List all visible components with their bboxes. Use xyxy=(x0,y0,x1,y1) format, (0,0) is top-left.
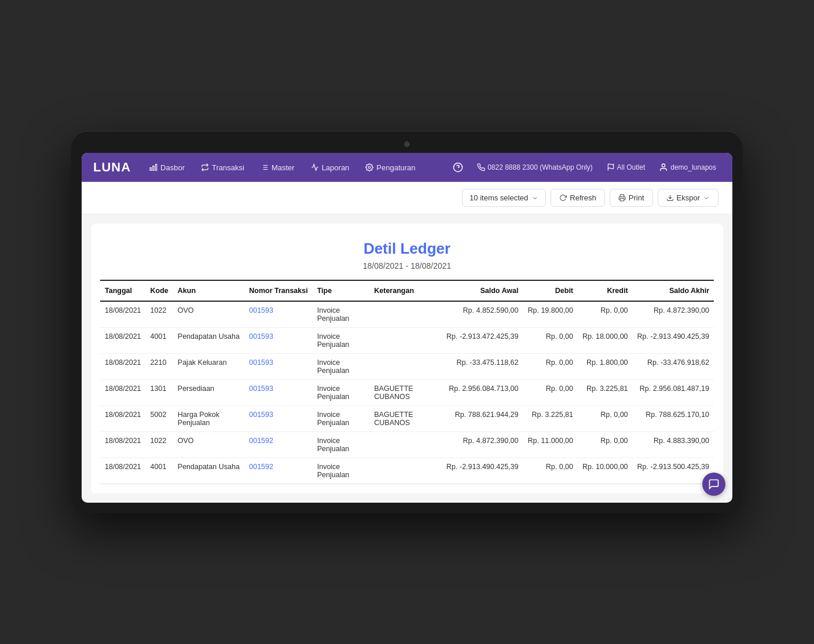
svg-rect-14 xyxy=(620,199,624,201)
cell-kredit: Rp. 0,00 xyxy=(578,432,633,458)
cell-debit: Rp. 11.000,00 xyxy=(523,432,578,458)
cell-tipe: Invoice Penjualan xyxy=(313,380,370,406)
print-label: Print xyxy=(629,193,644,202)
transaction-icon xyxy=(201,163,209,171)
outlet-selector[interactable]: All Outlet xyxy=(602,161,650,174)
svg-point-9 xyxy=(369,166,371,169)
cell-tanggal: 18/08/2021 xyxy=(100,458,146,484)
cell-kredit: Rp. 18.000,00 xyxy=(578,328,633,354)
cell-keterangan xyxy=(369,328,442,354)
cell-tanggal: 18/08/2021 xyxy=(100,328,146,354)
cell-kode: 4001 xyxy=(146,328,173,354)
cell-debit: Rp. 0,00 xyxy=(523,354,578,380)
cell-keterangan xyxy=(369,301,442,328)
question-circle-icon xyxy=(453,162,463,173)
col-nomor-transaksi: Nomor Transaksi xyxy=(244,280,312,301)
refresh-icon xyxy=(559,194,567,202)
refresh-label: Refresh xyxy=(570,193,596,202)
cell-saldo-akhir: Rp. 4.883.390,00 xyxy=(633,432,714,458)
cell-kode: 2210 xyxy=(146,354,173,380)
cell-tanggal: 18/08/2021 xyxy=(100,301,146,328)
cell-nomor-transaksi[interactable]: 001593 xyxy=(244,328,312,354)
cell-kode: 5002 xyxy=(146,406,173,432)
cell-debit: Rp. 0,00 xyxy=(523,380,578,406)
cell-tanggal: 18/08/2021 xyxy=(100,432,146,458)
col-saldo-awal: Saldo Awal xyxy=(442,280,523,301)
cell-nomor-transaksi[interactable]: 001592 xyxy=(244,432,312,458)
cell-keterangan xyxy=(369,432,442,458)
cell-tipe: Invoice Penjualan xyxy=(313,301,370,328)
items-selected-text: 10 items selected xyxy=(470,193,528,202)
laporan-icon xyxy=(311,163,319,171)
svg-point-13 xyxy=(662,164,665,167)
bar-chart-icon xyxy=(149,163,157,171)
phone-number: 0822 8888 2300 (WhatsApp Only) xyxy=(487,163,592,171)
ledger-table: Tanggal Kode Akun Nomor Transaksi Tipe K… xyxy=(100,280,714,484)
col-tipe: Tipe xyxy=(313,280,370,301)
cell-saldo-akhir: Rp. -33.476.918,62 xyxy=(633,354,714,380)
cell-saldo-awal: Rp. 788.621.944,29 xyxy=(442,406,523,432)
cell-akun: Pendapatan Usaha xyxy=(173,458,244,484)
cell-debit: Rp. 0,00 xyxy=(523,328,578,354)
nav-master[interactable]: Master xyxy=(254,160,302,175)
cell-debit: Rp. 19.800,00 xyxy=(523,301,578,328)
cell-tipe: Invoice Penjualan xyxy=(313,406,370,432)
cell-saldo-akhir: Rp. 4.872.390,00 xyxy=(633,301,714,328)
nav-transaksi-label: Transaksi xyxy=(212,163,244,172)
cell-akun: Pajak Keluaran xyxy=(173,354,244,380)
cell-kredit: Rp. 0,00 xyxy=(578,301,633,328)
nav-pengaturan[interactable]: Pengaturan xyxy=(358,160,422,175)
user-profile[interactable]: demo_lunapos xyxy=(654,160,721,174)
cell-nomor-transaksi[interactable]: 001592 xyxy=(244,458,312,484)
table-row: 18/08/2021 2210 Pajak Keluaran 001593 In… xyxy=(100,354,714,380)
flag-icon xyxy=(607,163,615,171)
table-container: Tanggal Kode Akun Nomor Transaksi Tipe K… xyxy=(91,280,723,493)
cell-saldo-akhir: Rp. 2.956.081.487,19 xyxy=(633,380,714,406)
cell-tanggal: 18/08/2021 xyxy=(100,406,146,432)
cell-nomor-transaksi[interactable]: 001593 xyxy=(244,301,312,328)
camera xyxy=(404,141,410,147)
cell-nomor-transaksi[interactable]: 001593 xyxy=(244,354,312,380)
nav-right: 0822 8888 2300 (WhatsApp Only) All Outle… xyxy=(448,160,721,175)
help-button[interactable] xyxy=(448,160,468,175)
cell-nomor-transaksi[interactable]: 001593 xyxy=(244,406,312,432)
cell-saldo-akhir: Rp. -2.913.500.425,39 xyxy=(633,458,714,484)
items-selected-dropdown[interactable]: 10 items selected xyxy=(462,189,546,207)
print-button[interactable]: Print xyxy=(610,189,653,207)
cell-nomor-transaksi[interactable]: 001593 xyxy=(244,380,312,406)
cell-kredit: Rp. 10.000,00 xyxy=(578,458,633,484)
cell-tipe: Invoice Penjualan xyxy=(313,328,370,354)
nav-dasbor-label: Dasbor xyxy=(160,163,185,172)
chat-button[interactable] xyxy=(702,473,725,496)
cell-kode: 4001 xyxy=(146,458,173,484)
ekspor-label: Ekspor xyxy=(677,193,700,202)
cell-akun: OVO xyxy=(173,301,244,328)
cell-keterangan: BAGUETTE CUBANOS xyxy=(369,406,442,432)
nav-laporan[interactable]: Laporan xyxy=(304,160,357,175)
download-icon xyxy=(666,194,674,202)
cell-kredit: Rp. 0,00 xyxy=(578,406,633,432)
device-frame: LUNA Dasbor Transaksi Master Laporan Pen… xyxy=(71,131,743,513)
cell-keterangan xyxy=(369,354,442,380)
gear-icon xyxy=(365,163,373,171)
chat-icon xyxy=(708,478,720,490)
refresh-button[interactable]: Refresh xyxy=(551,189,605,207)
table-row: 18/08/2021 4001 Pendapatan Usaha 001593 … xyxy=(100,328,714,354)
cell-saldo-akhir: Rp. 788.625.170,10 xyxy=(633,406,714,432)
outlet-label: All Outlet xyxy=(617,163,646,171)
table-header-row: Tanggal Kode Akun Nomor Transaksi Tipe K… xyxy=(100,280,714,301)
cell-akun: Harga Pokok Penjualan xyxy=(173,406,244,432)
col-akun: Akun xyxy=(173,280,244,301)
cell-saldo-awal: Rp. -2.913.490.425,39 xyxy=(442,458,523,484)
nav-dasbor[interactable]: Dasbor xyxy=(142,160,192,175)
cell-tanggal: 18/08/2021 xyxy=(100,354,146,380)
phone-contact[interactable]: 0822 8888 2300 (WhatsApp Only) xyxy=(472,161,597,174)
screen: LUNA Dasbor Transaksi Master Laporan Pen… xyxy=(82,153,732,503)
ekspor-button[interactable]: Ekspor xyxy=(658,189,718,207)
cell-akun: OVO xyxy=(173,432,244,458)
cell-kode: 1301 xyxy=(146,380,173,406)
cell-akun: Persediaan xyxy=(173,380,244,406)
report-title: Detil Ledger xyxy=(102,240,712,258)
nav-transaksi[interactable]: Transaksi xyxy=(194,160,251,175)
table-row: 18/08/2021 1022 OVO 001593 Invoice Penju… xyxy=(100,301,714,328)
